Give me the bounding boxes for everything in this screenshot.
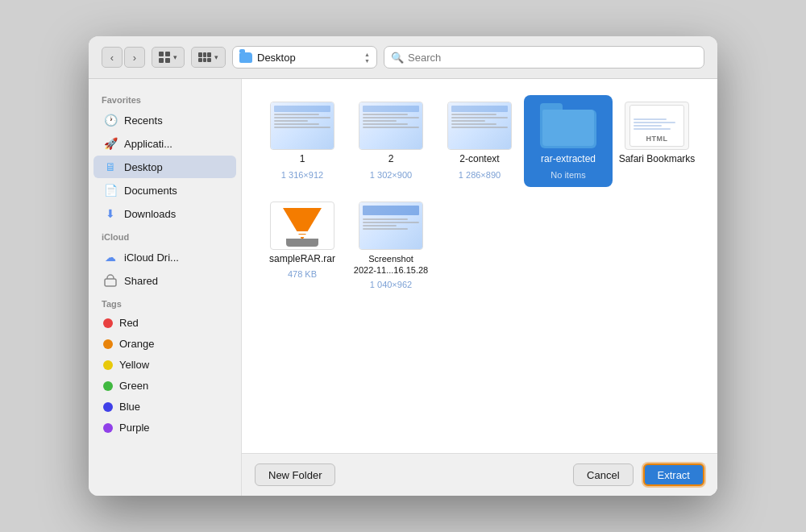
file-meta: 1 040×962 bbox=[370, 279, 412, 290]
sidebar-item-desktop[interactable]: 🖥 Desktop bbox=[93, 156, 236, 178]
sidebar-item-applications[interactable]: 🚀 Applicati... bbox=[93, 132, 236, 155]
sidebar-item-tag-purple[interactable]: Purple bbox=[93, 418, 236, 438]
screenshot-preview bbox=[271, 102, 334, 149]
file-meta: 1 302×900 bbox=[370, 169, 412, 181]
sidebar-item-shared[interactable]: Shared bbox=[93, 269, 236, 292]
sidebar-item-tag-yellow[interactable]: Yellow bbox=[93, 355, 236, 375]
file-thumbnail bbox=[359, 102, 423, 150]
file-name: 2 bbox=[388, 153, 394, 166]
desktop-icon: 🖥 bbox=[103, 160, 118, 174]
screenshot-preview bbox=[448, 102, 511, 149]
icloud-section-label: iCloud bbox=[89, 226, 241, 245]
toolbar: ‹ › ▾ ▾ Desktop ▲ ▼ 🔍 bbox=[89, 36, 717, 79]
tags-section-label: Tags bbox=[89, 293, 241, 312]
gallery-icon bbox=[198, 52, 211, 62]
file-name: 2-context bbox=[459, 153, 499, 166]
new-folder-button[interactable]: New Folder bbox=[255, 463, 335, 486]
extract-button[interactable]: Extract bbox=[643, 463, 704, 486]
search-input[interactable] bbox=[408, 52, 697, 64]
file-dialog: ‹ › ▾ ▾ Desktop ▲ ▼ 🔍 bbox=[89, 36, 717, 496]
file-name: rar-extracted bbox=[541, 153, 596, 166]
file-name: Screenshot2022-11...16.15.28 bbox=[354, 253, 428, 276]
sidebar-item-tag-blue[interactable]: Blue bbox=[93, 397, 236, 417]
file-name: Safari Bookmarks bbox=[619, 153, 696, 166]
screenshot-preview bbox=[359, 202, 422, 249]
sidebar-item-label: Recents bbox=[124, 114, 163, 127]
tag-dot-orange bbox=[103, 339, 113, 349]
back-button[interactable]: ‹ bbox=[102, 47, 123, 68]
forward-button[interactable]: › bbox=[124, 47, 145, 68]
file-item-screenshot[interactable]: Screenshot2022-11...16.15.28 1 040×962 bbox=[347, 195, 435, 297]
file-thumbnail bbox=[270, 102, 334, 150]
chevron-down-icon2: ▾ bbox=[214, 53, 218, 61]
location-arrows: ▲ ▼ bbox=[364, 52, 370, 64]
sidebar-item-label: Desktop bbox=[124, 161, 163, 173]
sidebar-item-downloads[interactable]: ⬇ Downloads bbox=[93, 202, 236, 225]
sidebar-item-label: Applicati... bbox=[124, 138, 172, 150]
main-panel: 1 1 316×912 2 bbox=[242, 79, 717, 496]
favorites-section-label: Favorites bbox=[89, 89, 241, 108]
sidebar-item-label: Red bbox=[119, 317, 139, 329]
sidebar-item-label: Shared bbox=[124, 275, 158, 287]
file-meta: No items bbox=[550, 169, 585, 181]
documents-icon: 📄 bbox=[103, 183, 118, 197]
icloud-icon: ☁ bbox=[103, 250, 118, 264]
svg-rect-0 bbox=[105, 279, 116, 286]
content-area: Favorites 🕐 Recents 🚀 Applicati... 🖥 Des… bbox=[89, 79, 717, 496]
sidebar-item-tag-red[interactable]: Red bbox=[93, 313, 236, 333]
chevron-down-icon: ▾ bbox=[173, 53, 177, 61]
search-icon: 🔍 bbox=[391, 52, 404, 64]
html-label: HTML bbox=[646, 135, 668, 143]
file-item-rar-extracted[interactable]: rar-extracted No items bbox=[524, 95, 613, 187]
tag-dot-yellow bbox=[103, 360, 113, 370]
tag-dot-blue bbox=[103, 402, 113, 412]
grid-view-button[interactable]: ▾ bbox=[152, 47, 185, 68]
rar-icon bbox=[276, 202, 328, 250]
tag-dot-red bbox=[103, 318, 113, 328]
file-thumbnail bbox=[270, 202, 334, 250]
sidebar-item-label: iCloud Dri... bbox=[124, 251, 179, 264]
file-item-samplerar[interactable]: sampleRAR.rar 478 KB bbox=[258, 195, 347, 297]
sidebar-item-label: Green bbox=[119, 380, 148, 392]
sidebar-item-label: Yellow bbox=[119, 359, 149, 371]
sidebar-item-recents[interactable]: 🕐 Recents bbox=[93, 109, 236, 131]
file-thumbnail bbox=[359, 202, 423, 250]
file-item-2[interactable]: 2 1 302×900 bbox=[347, 95, 435, 187]
sidebar: Favorites 🕐 Recents 🚀 Applicati... 🖥 Des… bbox=[89, 79, 242, 496]
file-thumbnail bbox=[447, 102, 512, 150]
file-meta: 478 KB bbox=[288, 268, 317, 280]
file-name: sampleRAR.rar bbox=[269, 253, 335, 266]
file-grid: 1 1 316×912 2 bbox=[242, 79, 717, 453]
sidebar-item-tag-green[interactable]: Green bbox=[93, 376, 236, 396]
location-box[interactable]: Desktop ▲ ▼ bbox=[232, 46, 377, 69]
search-box[interactable]: 🔍 bbox=[384, 46, 704, 69]
html-preview: HTML bbox=[629, 105, 684, 147]
sidebar-item-label: Documents bbox=[124, 185, 177, 197]
nav-buttons: ‹ › bbox=[102, 47, 145, 68]
recents-icon: 🕐 bbox=[103, 113, 118, 127]
location-label: Desktop bbox=[257, 52, 359, 64]
shared-icon bbox=[103, 273, 118, 288]
file-thumbnail bbox=[536, 102, 600, 150]
folder-icon-large bbox=[540, 103, 596, 148]
file-meta: 1 286×890 bbox=[459, 169, 501, 181]
file-item-safari-bookmarks[interactable]: HTML Safari Bookmarks bbox=[613, 95, 701, 187]
gallery-view-button[interactable]: ▾ bbox=[191, 47, 226, 68]
applications-icon: 🚀 bbox=[103, 136, 118, 151]
tag-dot-green bbox=[103, 381, 113, 391]
file-item-1[interactable]: 1 1 316×912 bbox=[258, 95, 347, 187]
file-meta: 1 316×912 bbox=[281, 169, 323, 181]
downloads-icon: ⬇ bbox=[103, 206, 118, 221]
sidebar-item-documents[interactable]: 📄 Documents bbox=[93, 179, 236, 202]
sidebar-item-icloud-drive[interactable]: ☁ iCloud Dri... bbox=[93, 246, 236, 268]
sidebar-item-label: Purple bbox=[119, 422, 150, 434]
sidebar-item-tag-orange[interactable]: Orange bbox=[93, 334, 236, 354]
sidebar-item-label: Orange bbox=[119, 338, 154, 350]
bottom-bar: New Folder Cancel Extract bbox=[242, 453, 717, 496]
sidebar-item-label: Downloads bbox=[124, 208, 176, 220]
folder-icon bbox=[239, 52, 252, 63]
vlc-cone bbox=[283, 205, 322, 247]
file-item-2context[interactable]: 2-context 1 286×890 bbox=[435, 95, 524, 187]
cancel-button[interactable]: Cancel bbox=[573, 463, 633, 486]
grid-icon bbox=[159, 52, 170, 63]
